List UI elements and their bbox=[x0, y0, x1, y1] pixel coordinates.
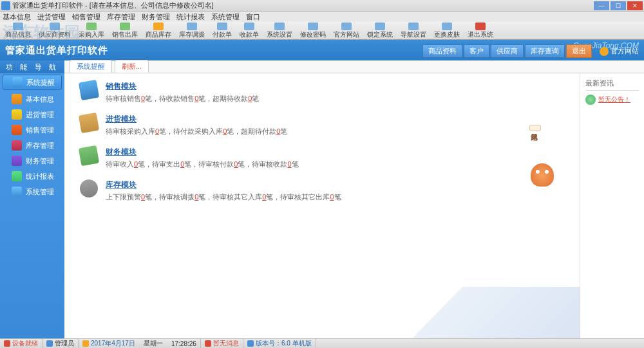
news-link[interactable]: 暂无公告！ bbox=[585, 95, 639, 105]
close-button[interactable]: ✕ bbox=[627, 1, 643, 10]
desc-text: 笔， bbox=[184, 160, 198, 168]
faq-button[interactable]: 常见问题 bbox=[529, 125, 541, 131]
status-time-text: 17:28:26 bbox=[171, 340, 196, 347]
toolbar-item-4[interactable]: 商品库存 bbox=[143, 23, 174, 39]
menu-item-5[interactable]: 统计报表 bbox=[176, 12, 205, 22]
sidebar-label: 系统管理 bbox=[26, 187, 54, 197]
maximize-button[interactable]: ☐ bbox=[611, 1, 626, 10]
banner: 河东软件园 www.pc0359.cn 管家通出货单打印软件 GuanJiaTo… bbox=[0, 40, 644, 60]
toolbar-item-0[interactable]: 商品信息 bbox=[3, 23, 33, 39]
menu-item-4[interactable]: 财务管理 bbox=[142, 12, 170, 22]
status-user: 管理员 bbox=[43, 339, 79, 348]
module-body: 进货模块待审核采购入库0笔，待付款采购入库0笔，超期待付款0笔 bbox=[106, 114, 341, 136]
module-title[interactable]: 库存模块 bbox=[106, 179, 341, 190]
sidebar-icon bbox=[12, 187, 22, 197]
keyboard-decoration bbox=[412, 287, 580, 338]
sidebar-label: 财务管理 bbox=[26, 156, 54, 166]
module-0: 销售模块待审核销售0笔，待收款销售0笔，超期待收款0笔 bbox=[80, 81, 341, 104]
sidebar-icon bbox=[12, 109, 22, 120]
toolbar-icon bbox=[120, 23, 130, 30]
desc-text: 笔， bbox=[138, 160, 152, 168]
window-controls: — ☐ ✕ bbox=[594, 1, 643, 10]
banner-link-supplier[interactable]: 供应商 bbox=[491, 44, 524, 58]
banner-link-customer[interactable]: 客户 bbox=[464, 44, 489, 58]
toolbar-item-1[interactable]: 供应商资料 bbox=[36, 23, 73, 39]
sidebar-label: 系统提醒 bbox=[26, 78, 55, 87]
calendar-icon bbox=[82, 340, 89, 347]
title-bar: 管家通出货单打印软件 - [请在基本信息、公司信息中修改公司名] — ☐ ✕ bbox=[0, 0, 644, 12]
banner-exit-button[interactable]: 退出 bbox=[566, 44, 592, 58]
window-title: 管家通出货单打印软件 - [请在基本信息、公司信息中修改公司名] bbox=[12, 1, 594, 10]
module-2: 财务模块待审收入0笔，待审支出0笔，待审核付款0笔，待审核收款0笔 bbox=[80, 147, 341, 169]
tab-system-alert[interactable]: 系统提醒 bbox=[70, 60, 112, 73]
news-panel: 最新资讯 暂无公告！ bbox=[580, 73, 644, 338]
version-icon bbox=[247, 340, 254, 347]
sidebar-item-5[interactable]: 财务管理 bbox=[0, 153, 64, 169]
toolbar-label: 系统设置 bbox=[267, 30, 292, 39]
menu-item-7[interactable]: 窗口 bbox=[246, 12, 260, 22]
toolbar-label: 付款单 bbox=[213, 30, 232, 39]
toolbar-item-11[interactable]: 锁定系统 bbox=[365, 23, 395, 39]
desc-text: 待审收入 bbox=[106, 160, 134, 168]
toolbar-item-10[interactable]: 官方网站 bbox=[331, 23, 362, 39]
status-msg: 暂无消息 bbox=[201, 339, 243, 348]
module-title[interactable]: 进货模块 bbox=[106, 114, 341, 125]
menu-item-1[interactable]: 进货管理 bbox=[37, 12, 66, 22]
status-day-text: 星期一 bbox=[144, 339, 163, 348]
module-icon bbox=[79, 80, 99, 100]
desc-text: 上下限预警 bbox=[106, 193, 141, 201]
sidebar-item-7[interactable]: 系统管理 bbox=[0, 184, 64, 199]
tab-refresh[interactable]: 刷新... bbox=[115, 60, 149, 73]
desc-text: 笔， bbox=[159, 127, 173, 135]
banner-link-product[interactable]: 商品资料 bbox=[422, 44, 462, 58]
desc-text: 待付款采购入库 bbox=[173, 127, 223, 135]
toolbar-item-8[interactable]: 系统设置 bbox=[264, 23, 295, 39]
sidebar-item-0[interactable]: 系统提醒 bbox=[3, 75, 62, 90]
module-body: 库存模块上下限预警0笔，待审核调拨0笔，待审核其它入库0笔，待审核其它出库0笔 bbox=[106, 179, 341, 202]
module-title[interactable]: 销售模块 bbox=[106, 81, 341, 92]
desc-text: 笔， bbox=[198, 95, 213, 102]
user-icon bbox=[46, 340, 53, 347]
toolbar-label: 修改密码 bbox=[300, 30, 326, 39]
main-area: 功 能 导 航 系统提醒基本信息进货管理销售管理库存管理财务管理统计报表系统管理… bbox=[0, 60, 644, 338]
toolbar-item-12[interactable]: 导航设置 bbox=[398, 23, 429, 39]
status-msg-text: 暂无消息 bbox=[213, 339, 239, 348]
banner-link-stock[interactable]: 库存查询 bbox=[525, 44, 565, 58]
toolbar-item-5[interactable]: 库存调拨 bbox=[176, 23, 207, 39]
menu-item-0[interactable]: 基本信息 bbox=[3, 12, 31, 22]
sidebar-item-2[interactable]: 进货管理 bbox=[0, 107, 64, 122]
menu-item-6[interactable]: 系统管理 bbox=[211, 12, 240, 22]
toolbar-item-3[interactable]: 销售出库 bbox=[109, 23, 140, 39]
desc-text: 笔， bbox=[227, 127, 241, 135]
sidebar: 功 能 导 航 系统提醒基本信息进货管理销售管理库存管理财务管理统计报表系统管理 bbox=[0, 60, 64, 338]
toolbar-item-7[interactable]: 收款单 bbox=[237, 23, 261, 39]
sidebar-item-3[interactable]: 销售管理 bbox=[0, 122, 64, 138]
menu-item-3[interactable]: 库存管理 bbox=[107, 12, 135, 22]
toolbar-icon bbox=[244, 23, 254, 30]
sidebar-icon bbox=[12, 140, 22, 151]
desc-text: 笔， bbox=[145, 95, 159, 102]
minimize-button[interactable]: — bbox=[594, 1, 609, 10]
sidebar-item-6[interactable]: 统计报表 bbox=[0, 169, 64, 184]
toolbar-item-2[interactable]: 采购入库 bbox=[76, 23, 107, 39]
module-1: 进货模块待审核采购入库0笔，待付款采购入库0笔，超期待付款0笔 bbox=[80, 114, 341, 136]
toolbar-item-14[interactable]: 退出系统 bbox=[465, 23, 496, 39]
desc-text: 笔 bbox=[334, 193, 341, 201]
official-site-link[interactable]: 官方网站 bbox=[600, 46, 639, 56]
module-icon bbox=[79, 145, 99, 166]
module-desc: 待审收入0笔，待审支出0笔，待审核付款0笔，待审核收款0笔 bbox=[106, 160, 341, 169]
product-name: 管家通出货单打印软件 bbox=[5, 44, 108, 57]
toolbar-item-9[interactable]: 修改密码 bbox=[298, 23, 328, 39]
sidebar-item-4[interactable]: 库存管理 bbox=[0, 138, 64, 153]
menu-item-2[interactable]: 销售管理 bbox=[72, 12, 100, 22]
content-spacer: 常见问题 bbox=[357, 73, 580, 338]
toolbar-item-13[interactable]: 更换皮肤 bbox=[431, 23, 462, 39]
person-icon bbox=[600, 47, 609, 56]
desc-text: 待审核其它入库 bbox=[213, 193, 262, 201]
sidebar-item-1[interactable]: 基本信息 bbox=[0, 91, 64, 107]
mascot-icon bbox=[531, 163, 554, 187]
toolbar-label: 收款单 bbox=[240, 30, 259, 39]
toolbar-item-6[interactable]: 付款单 bbox=[210, 23, 234, 39]
module-title[interactable]: 财务模块 bbox=[106, 147, 341, 158]
desc-text: 超期待付款 bbox=[241, 127, 276, 135]
